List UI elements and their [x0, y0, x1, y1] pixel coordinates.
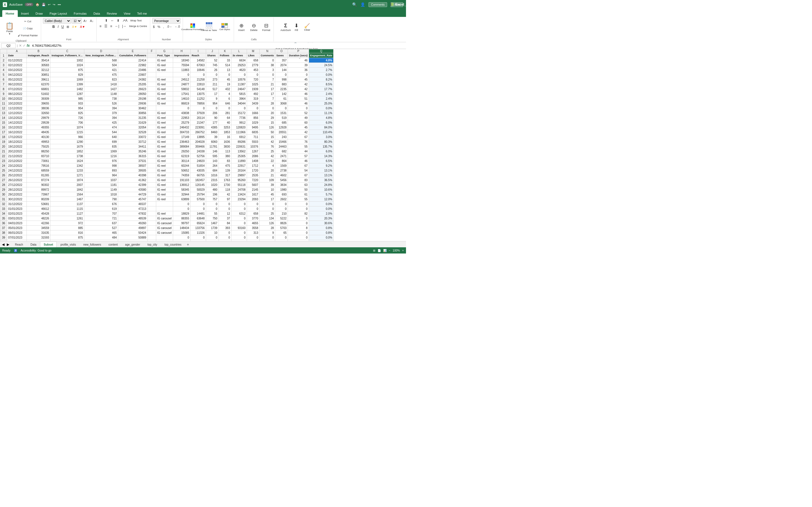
cell[interactable]: 1287 — [50, 92, 84, 96]
cell[interactable] — [147, 77, 156, 82]
font-family-select[interactable]: Calibri (Body) — [43, 18, 71, 24]
col-header-m[interactable]: M — [247, 49, 259, 53]
cell[interactable]: 10.6% — [309, 187, 334, 192]
cell[interactable]: 55 — [288, 197, 309, 202]
cell[interactable]: 0 — [190, 72, 206, 77]
cell[interactable]: IG carousel — [156, 216, 173, 221]
cell[interactable]: 20 — [259, 168, 275, 173]
cell[interactable]: 0 — [218, 207, 231, 211]
cell[interactable]: 6835 — [247, 130, 259, 135]
cell[interactable]: 146 — [206, 149, 218, 154]
cell[interactable]: IG reel — [156, 82, 173, 87]
cell[interactable]: 113 — [218, 149, 231, 154]
col-header-o[interactable]: O — [275, 49, 288, 53]
cell[interactable]: 0 — [231, 235, 247, 240]
cell[interactable]: 1216 — [84, 154, 118, 159]
cell[interactable]: 51654 — [190, 163, 206, 168]
cell[interactable]: 29979 — [27, 115, 50, 120]
cell[interactable]: 0 — [259, 58, 275, 63]
cell[interactable]: 45 — [288, 77, 309, 82]
cell[interactable]: 28/12/2022 — [7, 187, 27, 192]
cell[interactable]: 33072 — [118, 135, 148, 139]
header-followers-visit[interactable]: Instagram_Followers_Visit — [50, 53, 84, 58]
cell[interactable]: 58345 — [173, 187, 190, 192]
cell[interactable]: 21/12/2022 — [7, 154, 27, 159]
cell[interactable]: 43035 — [190, 168, 206, 173]
cell[interactable]: 05/12/2022 — [7, 77, 27, 82]
zoom-in-button[interactable]: + — [402, 249, 404, 252]
cell[interactable]: 42 — [288, 130, 309, 135]
tab-insert[interactable]: Insert — [18, 10, 33, 17]
cell[interactable]: 42266 — [27, 221, 50, 226]
cell[interactable]: 0.0% — [309, 72, 334, 77]
cell[interactable]: 67 — [288, 173, 309, 178]
cell[interactable]: 74359 — [173, 173, 190, 178]
cell[interactable] — [147, 63, 156, 68]
cell[interactable]: 1738 — [50, 154, 84, 159]
cell[interactable]: 25794 — [190, 192, 206, 197]
cell[interactable]: 0 — [247, 207, 259, 211]
cell[interactable]: 46612 — [27, 207, 50, 211]
cell[interactable]: 8574 — [231, 240, 247, 241]
page-layout-view-icon[interactable]: 📄 — [377, 249, 381, 252]
header-new-followers[interactable]: New_Instagram_Followers — [84, 53, 118, 58]
cell[interactable]: 1617 — [247, 192, 259, 197]
col-header-d[interactable]: D — [84, 49, 118, 53]
col-header-e[interactable]: E — [118, 49, 148, 53]
cell[interactable]: 33712 — [118, 139, 148, 144]
wrap-text-button[interactable]: Wrap Text — [129, 18, 143, 23]
cell[interactable]: 0 — [259, 106, 275, 111]
cell[interactable]: 0 — [288, 202, 309, 207]
cell[interactable]: 02/12/2022 — [7, 63, 27, 68]
cell[interactable]: 14610 — [173, 96, 190, 101]
cell[interactable]: 484 — [84, 235, 118, 240]
cell[interactable]: 389084 — [173, 144, 190, 149]
cell[interactable]: 1002 — [50, 58, 84, 63]
cell[interactable]: 16 — [218, 135, 231, 139]
cell[interactable]: 32944 — [173, 192, 190, 197]
cell[interactable]: 40398 — [118, 173, 148, 178]
cell[interactable]: 11/12/2022 — [7, 106, 27, 111]
cell[interactable]: 34559 — [27, 226, 50, 230]
cell[interactable]: 20539 — [190, 240, 206, 241]
cell[interactable]: 39 — [206, 135, 218, 139]
cell[interactable]: 1569 — [275, 163, 288, 168]
cell[interactable]: 682 — [275, 149, 288, 154]
cell[interactable]: 27/12/2022 — [7, 182, 27, 187]
cell[interactable]: 25577 — [27, 240, 50, 241]
cell[interactable]: 39 — [259, 182, 275, 187]
cell[interactable]: 864 — [275, 159, 288, 163]
cell[interactable]: 0 — [218, 106, 231, 111]
cell[interactable]: 210 — [275, 211, 288, 216]
cell[interactable]: 32054 — [118, 125, 148, 130]
cell[interactable]: IG reel — [156, 173, 173, 178]
cell[interactable]: 0 — [173, 207, 190, 211]
cell[interactable]: 14/12/2022 — [7, 120, 27, 125]
header-date[interactable]: Date — [7, 53, 27, 58]
cell[interactable]: 14.3% — [309, 154, 334, 159]
cell[interactable]: 3770 — [247, 216, 259, 221]
cell[interactable]: 39655 — [27, 101, 50, 106]
cell[interactable]: 73061 — [27, 159, 50, 163]
cell[interactable]: 67 — [288, 135, 309, 139]
cell[interactable]: 0 — [275, 207, 288, 211]
cell[interactable]: 1127 — [50, 211, 84, 216]
cell[interactable]: 7220 — [247, 178, 259, 182]
cell[interactable]: 0 — [218, 202, 231, 207]
cell[interactable]: 1467 — [206, 221, 218, 226]
col-header-l[interactable]: L — [231, 49, 247, 53]
cell[interactable]: 51602 — [27, 92, 50, 96]
cell[interactable]: 1636 — [218, 139, 231, 144]
home-icon[interactable]: 🏠 — [36, 3, 40, 6]
cell[interactable]: 3068 — [275, 101, 288, 106]
cell[interactable]: 120145 — [190, 182, 206, 187]
cell[interactable]: 39309 — [27, 96, 50, 101]
sheet-tab-subset[interactable]: Subset — [40, 241, 57, 247]
cell[interactable]: 80.3% — [309, 139, 334, 144]
cell[interactable]: 31/12/2022 — [7, 202, 27, 207]
sheet-tab-profile-visits[interactable]: profile_visits — [57, 241, 80, 247]
cell[interactable]: 59832 — [173, 87, 190, 92]
cell[interactable]: 6.5% — [309, 159, 334, 163]
cell[interactable]: 4.3% — [309, 240, 334, 241]
cell[interactable]: 6912 — [231, 135, 247, 139]
